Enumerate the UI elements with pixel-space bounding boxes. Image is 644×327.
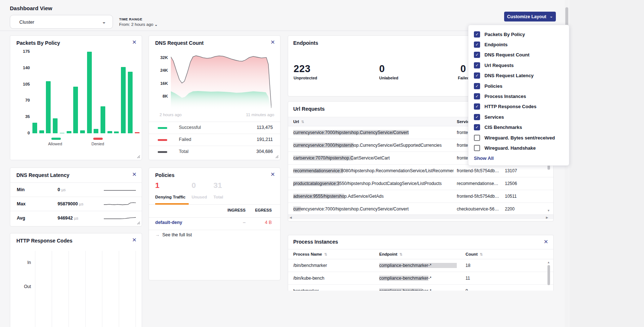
menu-item-label: CIS Benchmarks — [484, 125, 522, 130]
count-cell: 2200 — [505, 206, 527, 212]
scroll-right-icon[interactable]: ▶ — [546, 216, 548, 219]
tab-unused[interactable]: Unused — [192, 195, 207, 199]
unprotected-label: Unprotected — [294, 76, 317, 80]
y-tick-label: 24K — [153, 68, 168, 72]
customize-layout-button[interactable]: Customize Layout ⌄ — [504, 12, 556, 21]
process-name-cell: /bin/kube-bench — [293, 276, 373, 281]
egress-header: EGRESS — [237, 208, 272, 212]
menu-item-label: Process Instances — [484, 94, 526, 99]
customize-menu-item[interactable]: Wireguard. Handshake — [468, 143, 569, 153]
close-icon[interactable]: ✕ — [543, 239, 548, 244]
column-header-url[interactable]: Url⇅ — [293, 119, 304, 124]
highlight: recommendationservice:8 — [293, 168, 343, 173]
gridline — [68, 251, 69, 327]
close-icon[interactable]: ✕ — [132, 237, 137, 243]
gridline — [52, 251, 52, 327]
panel-title: Url Requests — [293, 106, 325, 112]
menu-item-label: HTTP Response Codes — [484, 104, 537, 109]
count-cell: 18 — [466, 263, 487, 268]
close-icon[interactable]: ✕ — [132, 172, 137, 177]
policy-egress-value: 4 B — [237, 220, 272, 225]
row-divider — [149, 230, 280, 230]
table-row[interactable]: recommendationservice:8080/hipstershop.R… — [288, 165, 553, 177]
checkbox-checked-icon[interactable]: ✓ — [474, 103, 480, 110]
url-cell: productcatalogservice:3550/hipstershop.P… — [293, 181, 453, 186]
table-row[interactable]: /bin/kube-benchcompliance-benchmarker-*1… — [288, 272, 553, 285]
y-tick-label: 140 — [17, 66, 30, 70]
checkbox-checked-icon[interactable]: ✓ — [474, 62, 480, 68]
checkbox-checked-icon[interactable]: ✓ — [474, 31, 480, 38]
checkbox-unchecked-icon[interactable] — [474, 145, 480, 151]
show-all-link[interactable]: Show All — [474, 155, 494, 161]
legend-value: 304,686 — [256, 149, 273, 154]
policy-name-link[interactable]: default-deny — [155, 220, 182, 225]
unused-count: 0 — [192, 181, 196, 190]
customize-menu-item[interactable]: ✓CIS Benchmarks — [468, 122, 569, 133]
url-cell: adservice:9555/hipstershop.AdService/Get… — [293, 194, 453, 199]
scroll-left-icon[interactable]: ◀ — [290, 216, 292, 219]
menu-item-label: Services — [484, 114, 504, 120]
horizontal-scrollbar[interactable]: ◀ ▶ — [288, 214, 553, 219]
column-header-process-name[interactable]: Process Name⇅ — [293, 252, 327, 256]
latency-row: Max95879000 µs — [10, 197, 142, 211]
service-cell: checkoutservice-56… — [457, 206, 502, 212]
table-row[interactable]: currencyservice:7000/hipstershop.Currenc… — [288, 203, 553, 216]
y-tick-label: 0 — [17, 131, 30, 135]
view-selector[interactable]: Cluster ⌄ — [10, 15, 113, 29]
tab-denying-traffic[interactable]: Denying Traffic — [155, 195, 185, 199]
gridline — [102, 251, 102, 327]
denied-bar — [135, 132, 140, 133]
count-cell: 9 — [466, 288, 487, 291]
customize-menu-item[interactable]: ✓Process Instances — [468, 91, 569, 101]
menu-item-label: DNS Request Latency — [484, 73, 534, 78]
resize-handle[interactable] — [275, 155, 279, 158]
customize-menu-item[interactable]: ✓Packets By Policy — [468, 29, 569, 39]
customize-menu-item[interactable]: ✓DNS Request Latency — [468, 71, 569, 81]
close-icon[interactable]: ✕ — [270, 39, 275, 45]
endpoint-cell: compliance-benchmarker-* — [379, 263, 463, 268]
table-row[interactable]: adservice:9555/hipstershop.AdService/Get… — [288, 190, 553, 203]
checkbox-checked-icon[interactable]: ✓ — [474, 114, 480, 120]
tab-total[interactable]: Total — [213, 195, 223, 199]
vertical-scrollbar[interactable] — [547, 265, 550, 285]
sort-icon: ⇅ — [301, 120, 304, 124]
customize-menu-item[interactable]: ✓HTTP Response Codes — [468, 102, 569, 112]
legend-label: Failed — [179, 137, 191, 142]
column-header-count[interactable]: Count⇅ — [466, 252, 483, 256]
allowed-bar — [32, 123, 37, 133]
customize-menu-item[interactable]: ✓Services — [468, 112, 569, 122]
allowed-axis-label: Allowed — [48, 142, 62, 146]
customize-menu-item[interactable]: ✓Endpoints — [468, 39, 569, 50]
checkbox-checked-icon[interactable]: ✓ — [474, 72, 480, 79]
customize-menu-item[interactable]: ✓Url Requests — [468, 60, 569, 70]
chevron-down-icon: ⌄ — [550, 15, 553, 18]
checkbox-checked-icon[interactable]: ✓ — [474, 93, 480, 99]
y-tick-label: 32K — [153, 55, 168, 60]
customize-menu-item[interactable]: ✓DNS Request Count — [468, 50, 569, 60]
scroll-up-icon[interactable]: ▲ — [547, 261, 550, 264]
checkbox-checked-icon[interactable]: ✓ — [474, 124, 480, 130]
latency-metric-label: Max — [17, 201, 25, 206]
checkbox-unchecked-icon[interactable] — [474, 135, 480, 141]
row-divider — [149, 217, 280, 218]
column-header-endpoint[interactable]: Endpoint⇅ — [379, 252, 402, 256]
close-icon[interactable]: ✕ — [270, 172, 275, 177]
y-tick-label: 105 — [17, 82, 30, 86]
customize-menu-item[interactable]: Wireguard. Bytes sent/received — [468, 133, 569, 143]
dns-y-axis: 32K24K16K8K — [153, 51, 168, 110]
allowed-bar — [101, 106, 105, 133]
table-row[interactable]: benchmarkercompliance-benchmarker-*9 — [288, 285, 553, 291]
close-icon[interactable]: ✕ — [132, 39, 137, 45]
allowed-bar — [114, 131, 119, 133]
checkbox-checked-icon[interactable]: ✓ — [474, 52, 480, 58]
resize-handle[interactable] — [137, 155, 140, 158]
checkbox-checked-icon[interactable]: ✓ — [474, 83, 480, 89]
table-row[interactable]: productcatalogservice:3550/hipstershop.P… — [288, 177, 553, 190]
checkbox-checked-icon[interactable]: ✓ — [474, 42, 480, 48]
see-full-list-link[interactable]: → See the full list — [155, 232, 192, 237]
resize-handle[interactable] — [137, 221, 140, 225]
scroll-down-icon[interactable]: ▼ — [547, 209, 550, 212]
customize-menu-item[interactable]: ✓Policies — [468, 81, 569, 91]
time-range[interactable]: TIME RANGE From: 2 hours ago ⌄ — [119, 17, 158, 27]
table-row[interactable]: /bin/benchmarkercompliance-benchmarker-*… — [288, 259, 553, 272]
